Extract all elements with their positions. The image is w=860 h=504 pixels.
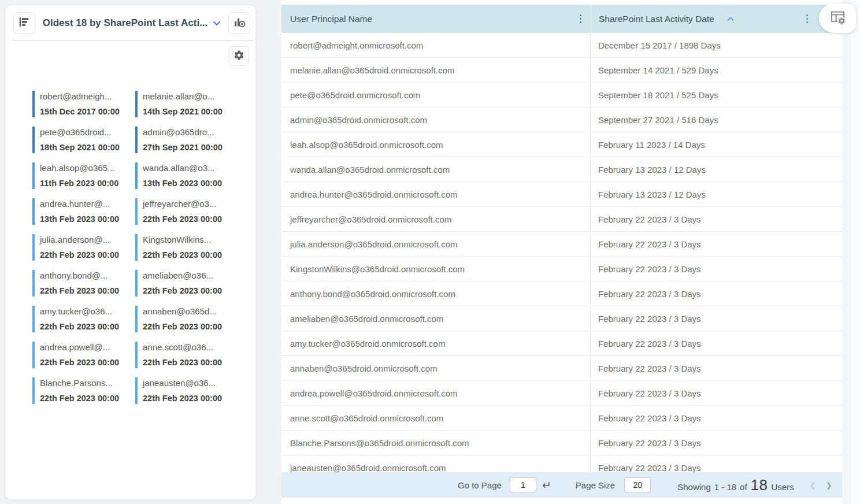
chart-list-item[interactable]: andrea.powell@... 22th Feb 2023 00:00 (32, 342, 135, 368)
chart-list-item[interactable]: annaben@o365d... 22th Feb 2023 00:00 (135, 306, 244, 332)
chart-settings-button[interactable] (229, 46, 249, 66)
table-row[interactable]: julia.anderson@o365droid.onmicrosoft.com… (281, 232, 842, 257)
showing-summary: Showing 1 - 18 of 18 Users (677, 476, 794, 494)
upn-cell: melanie.allan@o365droid.onmicrosoft.com (281, 58, 591, 82)
upn-cell: andrea.powell@o365droid.onmicrosoft.com (281, 381, 591, 405)
chart-item-date: 22th Feb 2023 00:00 (40, 321, 135, 332)
chart-list-item[interactable]: anthony.bond@... 22th Feb 2023 00:00 (32, 270, 135, 297)
chart-item-email: anthony.bond@... (40, 270, 135, 281)
chart-item-email: anne.scott@o36... (143, 342, 244, 353)
chart-list-item[interactable]: wanda.allan@o3... 13th Feb 2023 00:00 (135, 162, 244, 189)
column-settings-button[interactable] (819, 3, 856, 33)
upn-cell: admin@o365droid.onmicrosoft.com (281, 108, 591, 132)
chart-item-date: 18th Sep 2021 00:00 (40, 142, 135, 153)
next-page-icon[interactable]: ❯ (826, 481, 832, 490)
column-menu-icon[interactable] (804, 12, 811, 26)
chart-list-item[interactable]: julia.anderson@... 22th Feb 2023 00:00 (32, 234, 135, 261)
chart-list-item[interactable]: leah.alsop@o365... 11th Feb 2023 00:00 (32, 162, 135, 189)
table-row[interactable]: anthony.bond@o365droid.onmicrosoft.com F… (281, 281, 842, 306)
page-size-input[interactable] (624, 477, 651, 492)
upn-cell: pete@o365droid.onmicrosoft.com (281, 83, 591, 107)
chart-list-item[interactable]: Blanche.Parsons... 22th Feb 2023 00:00 (32, 377, 135, 404)
column-header-activity[interactable]: SharePoint Last Activity Date (591, 5, 842, 33)
activity-cell: February 13 2023 / 12 Days (591, 157, 842, 181)
page-margin (851, 0, 860, 504)
chart-item-email: janeausten@o36... (143, 377, 244, 389)
chart-item-date: 22th Feb 2023 00:00 (40, 357, 135, 368)
add-chart-icon (232, 15, 246, 31)
activity-cell: February 22 2023 / 3 Days (591, 356, 842, 380)
showing-total: 18 (751, 476, 768, 494)
table-row[interactable]: annaben@o365droid.onmicrosoft.com Februa… (281, 356, 842, 381)
chart-list-item[interactable]: janeausten@o36... 22th Feb 2023 00:00 (135, 377, 244, 404)
column-menu-icon[interactable] (577, 12, 584, 26)
table-row[interactable]: ameliaben@o365droid.onmicrosoft.com Febr… (281, 306, 842, 331)
table-settings-icon (829, 9, 847, 28)
table-row[interactable]: robert@admeight.onmicrosoft.com December… (281, 33, 842, 58)
table-row[interactable]: anne.scott@o365droid.onmicrosoft.com Feb… (281, 406, 842, 431)
table-row[interactable]: Blanche.Parsons@o365droid.onmicrosoft.co… (281, 431, 842, 455)
chart-list-item[interactable]: robert@admeigh... 15th Dec 2017 00:00 (32, 91, 135, 117)
table-row[interactable]: amy.tucker@o365droid.onmicrosoft.com Feb… (281, 331, 842, 356)
chart-item-email: melanie.allan@o... (143, 91, 244, 102)
users-table-panel: User Principal Name SharePoint Last Acti… (281, 0, 842, 504)
chart-selector[interactable]: Oldest 18 by SharePoint Last Acti... (35, 17, 228, 29)
chart-item-date: 14th Sep 2021 00:00 (143, 106, 244, 117)
activity-cell: December 15 2017 / 1898 Days (591, 33, 842, 57)
chart-toolbar (6, 41, 255, 66)
chevron-down-icon (213, 21, 221, 26)
pager-nav: ❮ ❯ (810, 481, 832, 490)
upn-cell: julia.anderson@o365droid.onmicrosoft.com (281, 232, 591, 256)
horizontal-bar-chart-button[interactable] (13, 12, 35, 34)
table-row[interactable]: janeausten@o365droid.onmicrosoft.com Feb… (281, 455, 842, 472)
previous-page-icon[interactable]: ❮ (810, 481, 816, 490)
chart-item-email: ameliaben@o36... (143, 270, 244, 281)
gear-icon (233, 50, 244, 63)
chart-item-date: 22th Feb 2023 00:00 (143, 392, 244, 404)
chart-item-email: pete@o365droid... (40, 127, 135, 138)
chart-item-date: 27th Sep 2021 00:00 (143, 142, 244, 153)
chart-item-date: 13th Feb 2023 00:00 (143, 177, 244, 189)
table-row[interactable]: admin@o365droid.onmicrosoft.com Septembe… (281, 108, 842, 132)
chart-item-date: 22th Feb 2023 00:00 (40, 392, 135, 404)
column-header-upn[interactable]: User Principal Name (281, 5, 591, 33)
chart-list-item[interactable]: melanie.allan@o... 14th Sep 2021 00:00 (135, 91, 244, 117)
chart-list-item[interactable]: admin@o365dro... 27th Sep 2021 00:00 (135, 127, 244, 153)
add-chart-button[interactable] (228, 12, 250, 34)
pagination-bar: Go to Page ↵ Page Size Showing 1 - 18 of… (281, 472, 842, 498)
vertical-scrollbar[interactable] (842, 0, 851, 504)
chart-item-email: robert@admeigh... (40, 91, 135, 102)
upn-cell: anne.scott@o365droid.onmicrosoft.com (281, 406, 591, 430)
table-row[interactable]: leah.alsop@o365droid.onmicrosoft.com Feb… (281, 132, 842, 157)
showing-of: of (740, 482, 747, 492)
upn-cell: annaben@o365droid.onmicrosoft.com (281, 356, 591, 380)
chart-item-email: Blanche.Parsons... (40, 377, 135, 389)
chart-list-item[interactable]: amy.tucker@o36... 22th Feb 2023 00:00 (32, 306, 135, 332)
chart-list-item[interactable]: pete@o365droid... 18th Sep 2021 00:00 (32, 127, 135, 153)
chart-item-date: 22th Feb 2023 00:00 (143, 213, 244, 225)
table-row[interactable]: wanda.allan@o365droid.onmicrosoft.com Fe… (281, 157, 842, 182)
chart-list-item[interactable]: ameliaben@o36... 22th Feb 2023 00:00 (135, 270, 244, 297)
table-row[interactable]: pete@o365droid.onmicrosoft.com September… (281, 83, 842, 108)
chart-list-item[interactable]: anne.scott@o36... 22th Feb 2023 00:00 (135, 342, 244, 368)
table-row[interactable]: jeffreyarcher@o365droid.onmicrosoft.com … (281, 207, 842, 232)
chart-list-item[interactable]: KingstonWilkins... 22th Feb 2023 00:00 (135, 234, 244, 261)
upn-cell: KingstonWilkins@o365droid.onmicrosoft.co… (281, 257, 591, 281)
activity-cell: September 14 2021 / 529 Days (591, 58, 842, 82)
chart-list-item[interactable]: jeffreyarcher@o3... 22th Feb 2023 00:00 (135, 198, 244, 225)
chart-item-email: admin@o365dro... (143, 127, 244, 138)
activity-cell: February 22 2023 / 3 Days (591, 232, 842, 256)
chart-item-email: andrea.hunter@... (40, 198, 135, 210)
chart-item-date: 22th Feb 2023 00:00 (40, 249, 135, 261)
chart-item-email: wanda.allan@o3... (143, 162, 244, 174)
table-row[interactable]: melanie.allan@o365droid.onmicrosoft.com … (281, 58, 842, 83)
table-row[interactable]: andrea.powell@o365droid.onmicrosoft.com … (281, 381, 842, 406)
upn-cell: ameliaben@o365droid.onmicrosoft.com (281, 306, 591, 331)
table-row[interactable]: KingstonWilkins@o365droid.onmicrosoft.co… (281, 257, 842, 281)
return-arrow-icon[interactable]: ↵ (542, 479, 551, 492)
table-row[interactable]: andrea.hunter@o365droid.onmicrosoft.com … (281, 182, 842, 207)
go-to-page-input[interactable] (510, 477, 536, 492)
activity-cell: February 13 2023 / 12 Days (591, 182, 842, 206)
chart-list-item[interactable]: andrea.hunter@... 13th Feb 2023 00:00 (32, 198, 135, 225)
horizontal-bar-chart-icon (18, 16, 31, 31)
